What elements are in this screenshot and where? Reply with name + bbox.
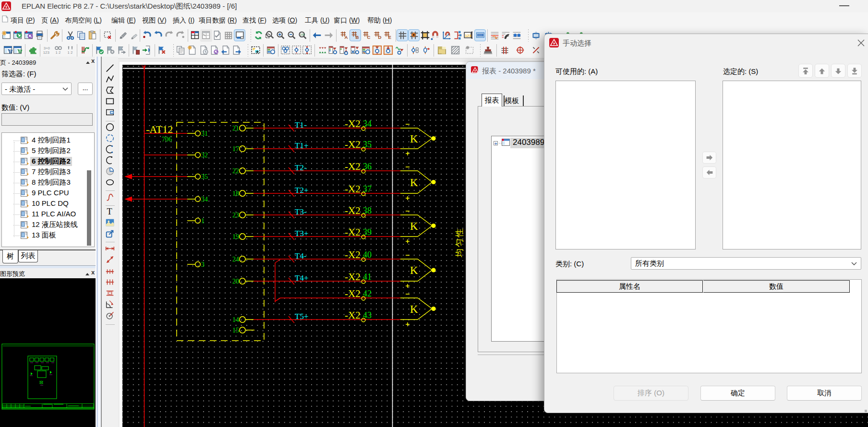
svg-text:20: 20 bbox=[232, 278, 239, 285]
svg-text:T2+: T2+ bbox=[295, 186, 308, 195]
svg-text:31: 31 bbox=[201, 130, 208, 137]
svg-text:-X2: -X2 bbox=[345, 288, 361, 299]
svg-text:T4-: T4- bbox=[295, 251, 307, 261]
svg-text:K: K bbox=[410, 303, 418, 315]
svg-text:32: 32 bbox=[201, 152, 208, 159]
svg-text:24: 24 bbox=[232, 256, 239, 263]
svg-text:T4+: T4+ bbox=[295, 273, 308, 283]
svg-text:14: 14 bbox=[232, 316, 239, 323]
svg-text:-X2: -X2 bbox=[345, 271, 361, 283]
svg-text:T2-: T2- bbox=[295, 163, 307, 172]
svg-text:15: 15 bbox=[232, 327, 239, 334]
svg-text:18: 18 bbox=[232, 190, 239, 197]
svg-text:35: 35 bbox=[201, 173, 208, 180]
svg-text:-X2: -X2 bbox=[345, 118, 361, 130]
svg-text:21: 21 bbox=[232, 125, 239, 132]
svg-text:-X2: -X2 bbox=[345, 226, 361, 238]
svg-text:-X2: -X2 bbox=[345, 161, 361, 172]
svg-text:23: 23 bbox=[232, 212, 239, 219]
svg-text:22: 22 bbox=[232, 167, 239, 175]
svg-text:-X2: -X2 bbox=[345, 309, 361, 321]
svg-text:17: 17 bbox=[232, 145, 239, 153]
svg-text:K: K bbox=[410, 177, 418, 189]
svg-text:T3-: T3- bbox=[295, 207, 307, 216]
svg-text:-X2: -X2 bbox=[345, 205, 361, 216]
svg-text:706: 706 bbox=[162, 136, 172, 143]
svg-text:K: K bbox=[410, 264, 418, 276]
svg-text:T1+: T1+ bbox=[295, 141, 308, 150]
svg-text:均匀性: 均匀性 bbox=[455, 227, 464, 258]
svg-text:T5+: T5+ bbox=[295, 312, 308, 321]
svg-text:-X2: -X2 bbox=[345, 249, 361, 261]
svg-text:K: K bbox=[410, 133, 418, 145]
svg-text:T1-: T1- bbox=[295, 120, 307, 130]
svg-text:K: K bbox=[410, 220, 418, 232]
svg-text:T3+: T3+ bbox=[295, 229, 308, 238]
svg-text:19: 19 bbox=[232, 233, 239, 240]
svg-text:3: 3 bbox=[201, 261, 205, 268]
svg-text:34: 34 bbox=[201, 196, 208, 203]
svg-text:1: 1 bbox=[201, 217, 205, 225]
svg-text:-X2: -X2 bbox=[345, 139, 361, 150]
svg-text:-X2: -X2 bbox=[345, 183, 361, 195]
